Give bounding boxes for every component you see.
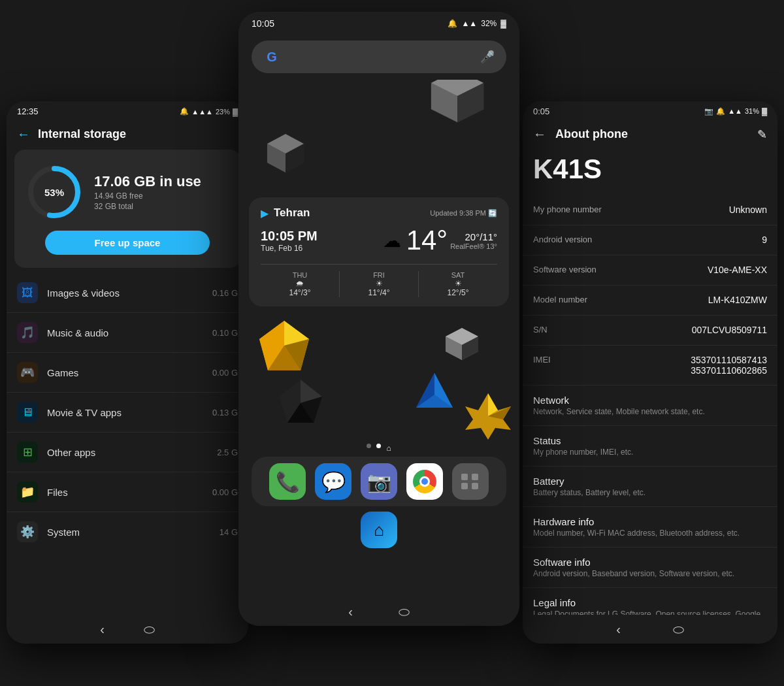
page-dot-2[interactable] [376,444,381,448]
weather-realfeel: RealFeel® 13° [450,242,497,250]
weather-hi-lo-block: 20°/11° RealFeel® 13° [450,231,497,250]
battery-icon-left: ▓ [233,108,238,116]
status-icons-right: 📷 🔔 ▲▲ 31% ▓ [704,107,767,116]
weather-date: Tue, Feb 16 [261,244,318,253]
software-version-value: V10e-AME-XX [708,265,767,275]
wifi-icon-right: ▲▲ [728,107,742,116]
back-button-left[interactable]: ← [17,127,30,142]
chrome-ring [413,470,436,493]
page-title-right: About phone [555,127,757,141]
status-bar-right: 0:05 📷 🔔 ▲▲ 31% ▓ [523,101,777,122]
model-number-value: LM-K410ZMW [708,295,767,305]
storage-in-use: 17.06 GB in use [94,173,230,190]
status-sub: My phone number, IMEI, etc. [533,448,767,457]
nav-home-right[interactable]: ⬭ [673,622,684,637]
weather-city: Tehran [274,206,310,220]
nav-back-right[interactable]: ‹ [616,622,621,637]
about-nav-network[interactable]: Network Network, Service state, Mobile n… [523,385,777,426]
about-nav-hardware[interactable]: Hardware info Model number, Wi-Fi MAC ad… [523,507,777,547]
other-apps-icon: ⊞ [17,442,38,463]
about-nav-status[interactable]: Status My phone number, IMEI, etc. [523,426,777,466]
phone-number-label: My phone number [533,204,602,214]
about-item-android-row: Android version 9 [533,235,767,246]
page-dot-1[interactable] [367,444,371,448]
about-item-android: Android version 9 [523,225,777,255]
weather-header: ▶ Tehran Updated 9:38 PM 🔄 [261,206,497,220]
storage-item-music[interactable]: 🎵 Music & audio 0.10 G [7,313,248,353]
blue-pyramid-shape [415,372,454,414]
free-up-space-button[interactable]: Free up space [45,231,209,255]
other-apps-size: 2.5 G [217,448,238,457]
nav-home-center[interactable]: ⬭ [399,604,410,619]
wifi-icon-center: ▲▲ [461,19,477,28]
nav-bar-center: ‹ ⬭ [238,597,519,626]
microphone-icon[interactable]: 🎤 [480,50,495,64]
storage-item-movies[interactable]: 🖥 Movie & TV apps 0.13 G [7,393,248,433]
files-icon: 📁 [17,482,38,502]
dock-phone-app[interactable]: 📞 [269,463,306,500]
imei-value-2: 353701110602865 [691,365,767,376]
weather-main-row: 10:05 PM Tue, Feb 16 ☁ 14° 20°/11° RealF… [261,225,497,256]
storage-item-otherapps[interactable]: ⊞ Other apps 2.5 G [7,433,248,472]
status-bar-center: 10:05 🔔 ▲▲ 32% ▓ [238,12,519,35]
about-item-software-row: Software version V10e-AME-XX [533,265,767,276]
google-g-logo: G [263,48,280,65]
system-icon: ⚙️ [17,521,38,542]
android-version-label: Android version [533,235,592,244]
shapes-area-top [238,80,519,197]
weather-temp: 14° [406,225,448,256]
movie-tv-label: Movie & TV apps [47,407,212,418]
signal-pct-left: 23% [216,108,230,116]
files-size: 0.00 G [212,487,238,497]
about-item-model-row: Model number LM-K410ZMW [533,295,767,306]
imei-label: IMEI [533,355,551,365]
games-label: Games [47,367,212,378]
storage-list: 🖼 Images & videos 0.16 G 🎵 Music & audio… [7,273,248,551]
dock-camera-app[interactable]: 📷 [361,463,397,500]
edit-button[interactable]: ✎ [757,127,767,142]
home-icon-dot: ⌂ [386,444,391,453]
storage-item-system[interactable]: ⚙️ System 14 G [7,512,248,551]
wifi-icon: ▲▲▲ [191,108,213,116]
about-item-phone-number: My phone number Unknown [523,195,777,225]
home-app-icon[interactable]: ⌂ [361,512,397,548]
software-info-sub: Android version, Baseband version, Softw… [533,569,767,578]
about-item-sn: S/N 007LCVU8509711 [523,316,777,346]
app-dock: 📞 💬 📷 [252,457,506,506]
nav-bar-left: ‹ ⬭ [7,615,248,644]
about-item-model: Model number LM-K410ZMW [523,286,777,316]
page-title-left: Internal storage [38,127,126,141]
search-bar[interactable]: G 🎤 [252,41,506,73]
movie-tv-size: 0.13 G [212,408,238,417]
storage-item-files[interactable]: 📁 Files 0.00 G [7,472,248,512]
imei-values: 353701110587413 353701110602865 [691,355,767,376]
network-sub: Network, Service state, Mobile network s… [533,407,767,416]
status-time-center: 10:05 [252,18,274,29]
about-nav-software[interactable]: Software info Android version, Baseband … [523,547,777,588]
music-audio-label: Music & audio [47,327,212,338]
status-icons-left: 🔔 ▲▲▲ 23% ▓ [180,107,238,116]
header-left: ← Internal storage [7,122,248,150]
nav-back-center[interactable]: ‹ [348,604,353,619]
nav-back-left[interactable]: ‹ [100,622,105,637]
forecast-fri-icon: ☀ [342,279,416,288]
storage-card: 53% 17.06 GB in use 14.94 GB free 32 GB … [14,150,240,268]
dock-messages-app[interactable]: 💬 [315,463,351,500]
storage-item-images[interactable]: 🖼 Images & videos 0.16 G [7,273,248,313]
nav-home-left[interactable]: ⬭ [144,622,155,637]
hardware-info-sub: Model number, Wi-Fi MAC address, Bluetoo… [533,529,767,538]
about-nav-battery[interactable]: Battery Battery status, Battery level, e… [523,466,777,507]
nav-bar-right: ‹ ⬭ [523,615,777,644]
sn-label: S/N [533,325,547,335]
signal-right: 31% [745,107,759,116]
dock-apps-drawer[interactable] [452,463,489,500]
weather-widget: ▶ Tehran Updated 9:38 PM 🔄 10:05 PM Tue,… [249,197,509,306]
hardware-info-title: Hardware info [533,516,767,527]
weather-updated: Updated 9:38 PM 🔄 [430,209,497,218]
weather-condition-block: ☁ 14° 20°/11° RealFeel® 13° [380,225,497,256]
network-title: Network [533,395,767,406]
dock-chrome-app[interactable] [406,463,443,500]
back-button-right[interactable]: ← [533,127,546,142]
gold-star-shape [464,392,513,444]
storage-item-games[interactable]: 🎮 Games 0.00 G [7,353,248,393]
